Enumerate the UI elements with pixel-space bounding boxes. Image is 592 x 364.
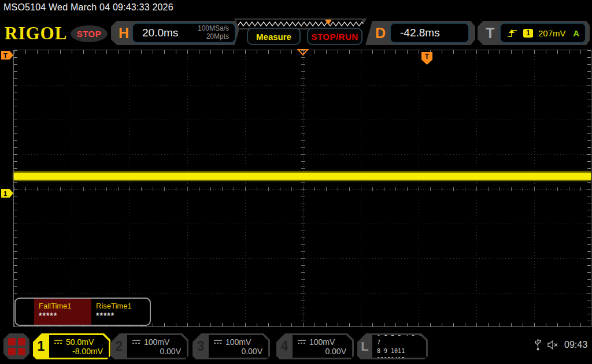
trigger-level-marker[interactable]: T (1, 51, 13, 60)
dc-coupling-icon (213, 339, 223, 344)
channel-offset: 0.00V (209, 347, 268, 356)
timebase-value: 20.0ms (133, 27, 178, 39)
speaker-muted-icon (547, 340, 558, 350)
channel-scale: 50.0mV (66, 337, 94, 347)
logic-row-2: 8 9 1011 12131415 (377, 347, 426, 364)
channel-3-button[interactable]: 3 100mV 0.00V (193, 333, 270, 359)
channel-4-button[interactable]: 4 100mV 0.00V (276, 333, 354, 359)
waveform-thumbnail-icon (237, 20, 365, 28)
dc-coupling-icon (297, 339, 306, 344)
channel-1-button[interactable]: 1 50.0mV -8.00mV (33, 333, 110, 359)
dc-coupling-icon (54, 339, 63, 344)
stop-run-button[interactable]: STOP/RUN (307, 28, 362, 45)
trigger-settings-button[interactable]: T 1 207mV A (478, 21, 590, 45)
logic-row-1: 0 1 2 3 4 5 6 7 (377, 329, 426, 347)
measure-button[interactable]: Measure (247, 28, 301, 45)
trigger-label: T (482, 21, 498, 45)
measurement-risetime[interactable]: RiseTime1 ***** (91, 299, 149, 325)
delay-label: D (372, 21, 388, 45)
waveform-display: FallTime1 ***** RiseTime1 ***** (13, 50, 591, 327)
run-state-indicator: STOP (71, 25, 108, 42)
logic-channels-button[interactable]: L 0 1 2 3 4 5 6 7 8 9 1011 12131415 (357, 333, 428, 359)
memory-depth: 20Mpts (198, 33, 229, 41)
acquisition-info: 100MSa/s 20Mpts (198, 25, 235, 41)
channel-2-button[interactable]: 2 100mV 0.00V (111, 333, 188, 359)
channel1-offset-marker[interactable]: 1 (1, 189, 13, 198)
horizontal-scale-button[interactable]: H 20.0ms 100MSa/s 20Mpts (111, 21, 242, 45)
display-center-marker-icon (297, 49, 309, 56)
channel1-trace (14, 173, 591, 180)
channel-offset: 0.00V (293, 347, 352, 356)
memory-position-icon[interactable] (325, 20, 332, 25)
measurement-falltime[interactable]: FallTime1 ***** (34, 299, 91, 325)
channel-offset: 0.00V (127, 347, 187, 356)
clock: 09:43 (564, 340, 587, 350)
channel-scale: 100mV (309, 337, 335, 347)
trigger-level-value: 207mV (538, 28, 566, 38)
menu-button[interactable] (3, 333, 29, 359)
rising-edge-icon (506, 29, 518, 38)
dc-coupling-icon (132, 339, 141, 344)
sample-rate: 100MSa/s (198, 25, 229, 33)
memory-strip (236, 20, 362, 28)
rigol-logo: RIGOL (5, 23, 67, 44)
horizontal-label: H (116, 21, 132, 45)
channel-scale: 100mV (144, 337, 169, 347)
window-title: MSO5104 Wed March 04 09:43:33 2026 (3, 2, 173, 13)
grid-icon (8, 338, 16, 346)
usb-icon (534, 339, 542, 351)
channel-scale: 100mV (225, 337, 251, 347)
trigger-sweep-mode: A (573, 28, 579, 38)
delay-value: -42.8ms (391, 27, 440, 39)
measurement-panel[interactable]: FallTime1 ***** RiseTime1 ***** (14, 298, 151, 326)
trigger-source-badge: 1 (523, 29, 533, 38)
channel-offset: -8.00mV (49, 347, 109, 356)
delay-button[interactable]: D -42.8ms (364, 21, 475, 45)
